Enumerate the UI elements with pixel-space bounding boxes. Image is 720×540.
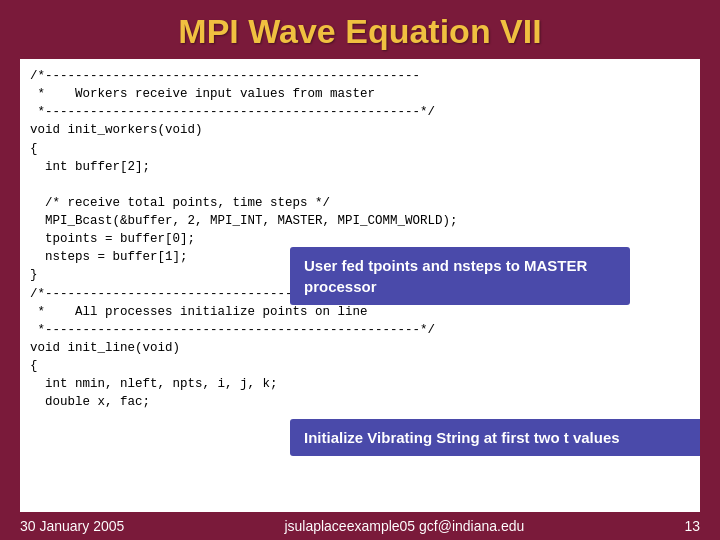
- tooltip-master: User fed tpoints and nsteps to MASTER pr…: [290, 247, 630, 305]
- slide-title: MPI Wave Equation VII: [30, 12, 690, 51]
- code-block: /*--------------------------------------…: [30, 67, 690, 411]
- content-area: /*--------------------------------------…: [20, 59, 700, 512]
- footer-date: 30 January 2005: [20, 518, 124, 534]
- footer: 30 January 2005 jsulaplaceexample05 gcf@…: [0, 512, 720, 540]
- tooltip-init-text: Initialize Vibrating String at first two…: [304, 429, 620, 446]
- footer-center: jsulaplaceexample05 gcf@indiana.edu: [284, 518, 524, 534]
- tooltip-init: Initialize Vibrating String at first two…: [290, 419, 700, 456]
- footer-page: 13: [684, 518, 700, 534]
- slide: MPI Wave Equation VII /*----------------…: [0, 0, 720, 540]
- title-area: MPI Wave Equation VII: [0, 0, 720, 59]
- tooltip-master-text: User fed tpoints and nsteps to MASTER pr…: [304, 257, 587, 295]
